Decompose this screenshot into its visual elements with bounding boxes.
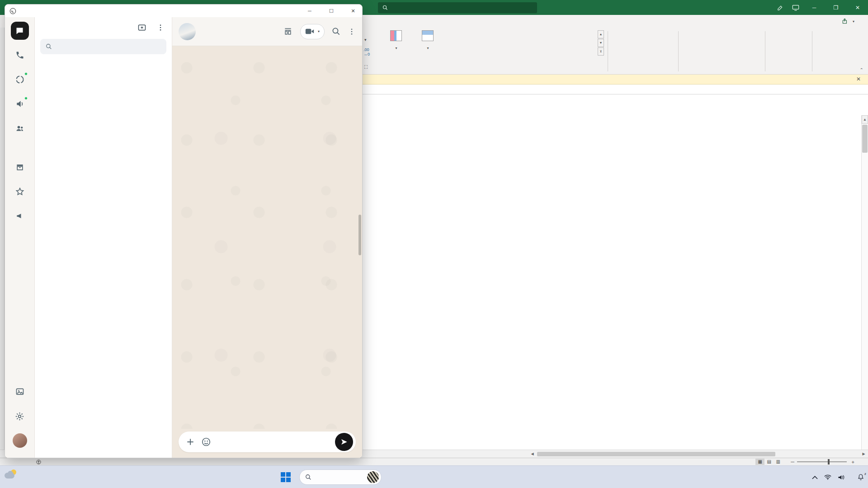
format-as-table-button[interactable]: ▾: [415, 30, 441, 51]
search-icon: [305, 474, 311, 480]
conditional-formatting-button[interactable]: ▾: [382, 30, 410, 51]
search-highlight-image[interactable]: [367, 471, 379, 483]
chevron-down-icon: ▾: [318, 29, 320, 33]
excel-status-bar: ▦ ▤ ▥ ─ ＋: [0, 458, 868, 465]
zoom-in-icon[interactable]: ＋: [850, 459, 855, 465]
tray-chevron-icon[interactable]: [812, 475, 818, 479]
chevron-down-icon: ▾: [853, 19, 854, 23]
vertical-scroll-thumb[interactable]: [862, 125, 868, 153]
conversation-scrollbar[interactable]: [359, 215, 361, 255]
new-chat-icon: [137, 23, 146, 32]
channels-icon: [15, 99, 24, 108]
chat-list-panel: [35, 17, 172, 458]
excel-close-button[interactable]: ✕: [851, 5, 864, 11]
excel-search-box[interactable]: [378, 2, 537, 13]
kebab-menu-icon[interactable]: [348, 28, 356, 36]
nav-starred-button[interactable]: [11, 183, 29, 201]
row-header-sliver: [0, 28, 5, 458]
nav-broadcast-button[interactable]: [11, 207, 29, 225]
number-format-dropdown-clipped[interactable]: ▾: [364, 38, 367, 42]
windows-taskbar: z: [0, 465, 868, 488]
chat-list: [35, 64, 172, 458]
contact-avatar[interactable]: [179, 23, 196, 40]
chat-filters: [35, 58, 172, 64]
horizontal-scroll-thumb[interactable]: [537, 452, 775, 456]
zoom-out-icon[interactable]: ─: [791, 459, 794, 465]
display-icon[interactable]: [792, 5, 799, 11]
nav-calls-button[interactable]: [11, 46, 29, 64]
settings-button[interactable]: [11, 407, 29, 425]
conversation-panel: ▾: [172, 17, 362, 458]
notification-close-icon[interactable]: ✕: [856, 76, 861, 82]
gallery-icon: [15, 387, 24, 396]
accessibility-icon: [36, 460, 41, 465]
volume-icon[interactable]: [838, 474, 844, 480]
nav-gallery-button[interactable]: [11, 383, 29, 401]
wifi-icon[interactable]: [824, 474, 831, 480]
send-button[interactable]: [335, 433, 353, 451]
nav-archived-button[interactable]: [11, 158, 29, 176]
dialog-launcher-icon[interactable]: ⛶: [364, 65, 368, 70]
search-icon: [382, 5, 388, 10]
chats-icon: [15, 26, 24, 36]
vertical-scrollbar[interactable]: ▲: [861, 115, 868, 450]
chat-layout-icon[interactable]: [283, 27, 293, 36]
tab-nitro-pro[interactable]: [367, 15, 382, 28]
nav-chats-button[interactable]: [11, 22, 29, 40]
status-notification-dot: [24, 72, 28, 75]
taskbar-search[interactable]: [299, 469, 382, 485]
tab-acrobat[interactable]: [382, 15, 396, 28]
search-input[interactable]: [40, 39, 166, 54]
maximize-button[interactable]: ☐: [322, 5, 340, 17]
search-in-chat-icon[interactable]: [332, 27, 340, 36]
start-button[interactable]: [277, 468, 295, 486]
normal-view-icon[interactable]: ▦: [755, 459, 764, 465]
gear-icon: [15, 412, 24, 421]
whatsapp-titlebar[interactable]: ─ ☐ ✕: [5, 5, 362, 17]
zoom-slider-thumb[interactable]: [828, 459, 830, 465]
whatsapp-logo-icon: [9, 8, 16, 14]
nav-communities-button[interactable]: [11, 119, 29, 137]
format-as-table-icon: [422, 30, 434, 41]
scroll-right-icon[interactable]: ▶: [860, 451, 867, 457]
profile-avatar[interactable]: [11, 432, 29, 450]
minimize-button[interactable]: ─: [301, 5, 319, 17]
scroll-up-icon[interactable]: ▲: [862, 115, 868, 124]
search-icon: [46, 43, 52, 50]
nav-channels-button[interactable]: [11, 95, 29, 113]
collapse-ribbon-icon[interactable]: ⌃: [860, 67, 863, 72]
page-break-view-icon[interactable]: ▥: [774, 459, 783, 465]
avatar: [13, 433, 27, 448]
composer: [172, 429, 362, 458]
page-layout-view-icon[interactable]: ▤: [764, 459, 774, 465]
excel-minimize-button[interactable]: ─: [807, 5, 821, 11]
message-list: [172, 46, 362, 429]
new-chat-button[interactable]: [137, 23, 146, 32]
video-camera-icon: [305, 28, 314, 35]
pencil-icon[interactable]: [777, 4, 784, 11]
decimal-icon[interactable]: .00→0: [363, 47, 370, 56]
send-icon: [340, 438, 348, 446]
chat-menu-button[interactable]: [156, 23, 165, 32]
emoji-icon[interactable]: [201, 437, 211, 447]
video-call-button[interactable]: ▾: [300, 24, 325, 39]
styles-gallery-scroll[interactable]: ▲ ▼ ⊻: [598, 30, 604, 56]
weather-widget[interactable]: [5, 469, 21, 481]
share-button[interactable]: ▾: [842, 18, 854, 24]
nav-status-button[interactable]: [11, 70, 29, 89]
attach-plus-icon[interactable]: [186, 437, 195, 446]
status-accessibility[interactable]: [36, 460, 43, 465]
excel-restore-button[interactable]: ❐: [829, 5, 843, 11]
close-button[interactable]: ✕: [344, 5, 362, 17]
phone-icon: [15, 51, 24, 60]
status-icon: [15, 75, 24, 84]
star-icon: [15, 187, 24, 196]
conversation-header[interactable]: ▾: [172, 17, 362, 46]
channels-notification-dot: [24, 97, 28, 100]
zoom-slider[interactable]: [797, 461, 847, 462]
windows-logo-icon: [281, 472, 291, 482]
kebab-menu-icon: [156, 23, 165, 32]
megaphone-icon: [15, 211, 24, 221]
notification-bell-icon[interactable]: z: [857, 474, 864, 481]
scroll-left-icon[interactable]: ◀: [529, 451, 536, 457]
